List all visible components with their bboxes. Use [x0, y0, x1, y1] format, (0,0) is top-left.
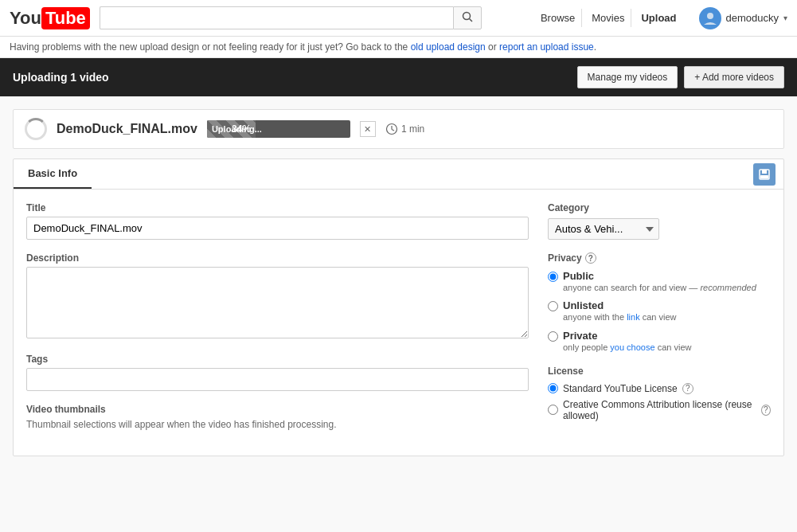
tab-basic-info[interactable]: Basic Info	[14, 159, 92, 189]
logo-you: You	[10, 8, 41, 29]
thumbnails-group: Video thumbnails Thumbnail selections wi…	[26, 404, 529, 430]
description-label: Description	[26, 252, 529, 264]
privacy-public-details: Public anyone can search for and view — …	[563, 270, 756, 293]
info-text-after: .	[594, 41, 596, 53]
upload-spinner	[25, 118, 47, 140]
save-icon-button[interactable]	[753, 163, 776, 186]
progress-fill: Uploading... 34%	[207, 120, 256, 138]
svg-line-5	[392, 130, 394, 131]
privacy-unlisted-details: Unlisted anyone with the link can view	[563, 299, 677, 323]
svg-rect-8	[760, 175, 768, 178]
form-panel: Basic Info Title Description	[13, 158, 784, 456]
user-dropdown-arrow[interactable]: ▾	[783, 14, 787, 22]
svg-point-0	[463, 13, 470, 20]
category-select[interactable]: Autos & Vehi... Comedy Education Enterta…	[548, 218, 659, 240]
file-name: DemoDuck_FINAL.mov	[57, 122, 197, 136]
header: YouTube Browse Movies Upload demoducky ▾	[0, 0, 797, 37]
privacy-private-details: Private only people you choose can view	[563, 330, 691, 353]
private-choose-link[interactable]: you choose	[610, 342, 654, 352]
tags-input[interactable]	[26, 368, 529, 391]
svg-line-1	[469, 19, 472, 22]
license-standard-label[interactable]: Standard YouTube License ?	[548, 383, 771, 394]
nav-upload[interactable]: Upload	[635, 9, 682, 27]
tags-group: Tags	[26, 354, 529, 391]
cc-license-help-icon[interactable]: ?	[761, 405, 771, 416]
privacy-section: Privacy ? Public anyone can search for a…	[548, 252, 771, 353]
category-label: Category	[548, 202, 771, 213]
title-label: Title	[26, 202, 529, 213]
license-standard-radio[interactable]	[548, 383, 558, 393]
license-cc-label[interactable]: Creative Commons Attribution license (re…	[548, 399, 771, 421]
description-group: Description	[26, 252, 529, 341]
privacy-label-text: Privacy	[548, 252, 582, 264]
progress-label: Uploading... 34%	[207, 120, 256, 138]
main-content: DemoDuck_FINAL.mov Uploading... 34% ✕ 1 …	[0, 96, 797, 469]
info-bar: Having problems with the new upload desi…	[0, 37, 797, 58]
time-label: 1 min	[401, 123, 424, 135]
privacy-unlisted-radio[interactable]	[548, 301, 558, 311]
privacy-public-desc: anyone can search for and view — recomme…	[563, 282, 756, 293]
privacy-unlisted-option: Unlisted anyone with the link can view	[548, 299, 771, 323]
progress-bar: Uploading... 34%	[207, 120, 350, 138]
add-more-videos-button[interactable]: + Add more videos	[684, 66, 784, 88]
category-group: Category Autos & Vehi... Comedy Educatio…	[548, 202, 771, 240]
license-cc-radio[interactable]	[548, 405, 558, 415]
privacy-unlisted-title: Unlisted	[563, 299, 677, 311]
title-input[interactable]	[26, 217, 529, 240]
clock-icon	[385, 123, 398, 135]
avatar-icon	[702, 10, 718, 26]
privacy-public-radio[interactable]	[548, 272, 558, 282]
license-cc-option: Creative Commons Attribution license (re…	[548, 399, 771, 421]
upload-bar: Uploading 1 video Manage my videos + Add…	[0, 58, 797, 96]
report-issue-link[interactable]: report an upload issue	[499, 41, 594, 53]
save-icon	[758, 168, 771, 181]
privacy-private-label[interactable]: Private only people you choose can view	[548, 330, 771, 353]
time-estimate: 1 min	[385, 123, 424, 135]
license-standard-text: Standard YouTube License	[563, 383, 678, 394]
privacy-private-desc: only people you choose can view	[563, 342, 691, 353]
nav-browse[interactable]: Browse	[534, 9, 582, 27]
search-input[interactable]	[100, 6, 453, 29]
user-area[interactable]: demoducky ▾	[699, 7, 787, 29]
license-standard-option: Standard YouTube License ?	[548, 383, 771, 394]
file-row: DemoDuck_FINAL.mov Uploading... 34% ✕ 1 …	[13, 109, 784, 149]
nav-links: Browse Movies Upload	[534, 9, 683, 27]
progress-text-label: Uploading...	[212, 124, 262, 134]
privacy-private-radio[interactable]	[548, 331, 558, 342]
avatar	[699, 7, 721, 29]
upload-status-title: Uploading 1 video	[13, 71, 109, 84]
privacy-public-label[interactable]: Public anyone can search for and view — …	[548, 270, 771, 293]
info-text-between: or	[486, 41, 499, 53]
license-label: License	[548, 366, 771, 377]
svg-rect-7	[762, 170, 767, 174]
privacy-unlisted-label[interactable]: Unlisted anyone with the link can view	[548, 299, 771, 323]
form-content: Title Description Tags Video thumbnails …	[14, 190, 783, 456]
search-bar	[100, 6, 482, 29]
title-group: Title	[26, 202, 529, 240]
progress-container: Uploading... 34%	[207, 120, 350, 138]
privacy-private-title: Private	[563, 330, 691, 342]
manage-videos-button[interactable]: Manage my videos	[577, 66, 678, 88]
form-right: Category Autos & Vehi... Comedy Educatio…	[548, 202, 771, 443]
license-section: License Standard YouTube License ? Creat…	[548, 366, 771, 421]
tags-label: Tags	[26, 354, 529, 365]
privacy-public-option: Public anyone can search for and view — …	[548, 270, 771, 293]
youtube-logo[interactable]: YouTube	[10, 7, 90, 29]
thumbnails-label: Video thumbnails	[26, 404, 529, 415]
svg-point-2	[707, 13, 713, 19]
description-input[interactable]	[26, 267, 529, 338]
unlisted-link[interactable]: link	[627, 312, 640, 322]
old-upload-link[interactable]: old upload design	[411, 41, 486, 53]
username: demoducky	[726, 12, 779, 24]
logo-tube: Tube	[41, 7, 90, 29]
upload-bar-buttons: Manage my videos + Add more videos	[577, 66, 784, 88]
search-icon	[462, 11, 473, 22]
thumbnails-note: Thumbnail selections will appear when th…	[26, 419, 337, 430]
info-text-before: Having problems with the new upload desi…	[10, 41, 411, 53]
cancel-upload-button[interactable]: ✕	[360, 121, 376, 137]
privacy-help-icon[interactable]: ?	[585, 252, 596, 264]
privacy-unlisted-desc: anyone with the link can view	[563, 311, 677, 323]
nav-movies[interactable]: Movies	[585, 9, 631, 27]
search-button[interactable]	[453, 6, 482, 29]
standard-license-help-icon[interactable]: ?	[682, 383, 693, 394]
